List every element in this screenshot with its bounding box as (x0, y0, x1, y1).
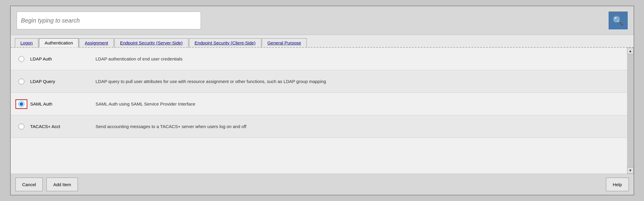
search-button[interactable]: 🔍 (609, 12, 628, 29)
item-desc-ldap-auth: LDAP authentication of end user credenti… (87, 56, 622, 61)
tabs-area: Logon Authentication Assignment Endpoint… (11, 35, 634, 48)
tab-endpoint-server[interactable]: Endpoint Security (Server-Side) (114, 38, 188, 47)
content-area: LDAP Auth LDAP authentication of end use… (11, 48, 634, 174)
scroll-down-button[interactable]: ▼ (627, 167, 634, 174)
tab-logon[interactable]: Logon (15, 38, 39, 47)
tab-endpoint-client[interactable]: Endpoint Security (Client-Side) (189, 38, 261, 47)
table-row-saml: SAML Auth SAML Auth using SAML Service P… (11, 93, 627, 115)
search-area: 🔍 (11, 6, 634, 35)
item-desc-ldap-query: LDAP query to pull user attributes for u… (87, 79, 622, 84)
table-row: TACACS+ Acct Send accounting messages to… (11, 115, 627, 138)
cancel-button[interactable]: Cancel (15, 178, 43, 191)
scroll-up-button[interactable]: ▲ (627, 48, 634, 54)
dialog: 🔍 Logon Authentication Assignment Endpoi… (10, 6, 634, 195)
item-name-ldap-query: LDAP Query (27, 79, 87, 84)
footer: Cancel Add Item Help (11, 174, 634, 195)
search-icon: 🔍 (612, 15, 623, 26)
arrow-down-icon: ▼ (629, 168, 632, 173)
radio-tacacs[interactable] (18, 124, 24, 130)
tab-general-purpose[interactable]: General Purpose (262, 38, 307, 47)
item-name-tacacs: TACACS+ Acct (27, 124, 87, 129)
tab-authentication[interactable]: Authentication (39, 38, 78, 47)
radio-saml-auth[interactable] (18, 101, 24, 107)
item-desc-tacacs: Send accounting messages to a TACACS+ se… (87, 124, 622, 129)
item-name-saml-auth: SAML Auth (27, 101, 87, 106)
table-row: LDAP Query LDAP query to pull user attri… (11, 70, 627, 93)
outer-wrapper: 🔍 Logon Authentication Assignment Endpoi… (0, 0, 644, 201)
radio-wrapper-saml-auth[interactable] (15, 99, 27, 109)
help-button[interactable]: Help (606, 178, 629, 191)
add-item-button[interactable]: Add Item (46, 178, 78, 191)
table-row: LDAP Auth LDAP authentication of end use… (11, 48, 627, 70)
radio-wrapper-tacacs[interactable] (15, 124, 27, 130)
tab-assignment[interactable]: Assignment (79, 38, 114, 47)
scrollbar: ▲ ▼ (627, 48, 634, 174)
radio-ldap-query[interactable] (18, 79, 24, 84)
item-list: LDAP Auth LDAP authentication of end use… (11, 48, 627, 174)
radio-ldap-auth[interactable] (18, 56, 24, 62)
scroll-track[interactable] (627, 54, 634, 167)
arrow-up-icon: ▲ (629, 49, 632, 53)
item-name-ldap-auth: LDAP Auth (27, 56, 87, 61)
search-input[interactable] (17, 12, 201, 29)
item-desc-saml-auth: SAML Auth using SAML Service Provider In… (87, 101, 622, 106)
radio-wrapper-ldap-query[interactable] (15, 79, 27, 84)
radio-wrapper-ldap-auth[interactable] (15, 56, 27, 62)
